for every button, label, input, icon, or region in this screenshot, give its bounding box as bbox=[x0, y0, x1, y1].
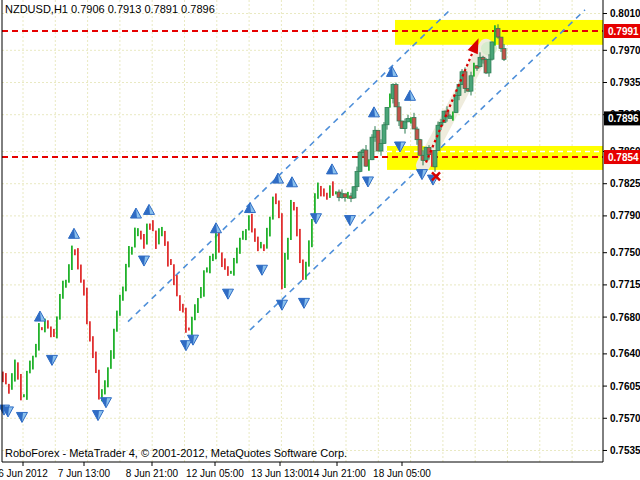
fractal-shade bbox=[17, 412, 24, 422]
price-bar bbox=[158, 228, 160, 244]
current-price-label: 0.7896 bbox=[608, 113, 639, 124]
price-bar bbox=[263, 244, 265, 251]
price-bar bbox=[179, 295, 181, 311]
candle-body bbox=[496, 28, 500, 37]
price-bar bbox=[248, 215, 250, 230]
price-bar bbox=[494, 25, 496, 45]
price-bar bbox=[332, 181, 334, 195]
candle-body bbox=[355, 171, 359, 186]
fractal-shade bbox=[101, 398, 108, 408]
price-tick-label: 0.7935 bbox=[610, 77, 640, 88]
price-tick-label: 0.8010 bbox=[610, 8, 640, 19]
price-tick-label: 0.7970 bbox=[610, 45, 640, 56]
price-bar bbox=[125, 264, 127, 291]
price-bar bbox=[80, 265, 82, 283]
candle-body bbox=[412, 117, 416, 129]
candle-body bbox=[502, 49, 506, 60]
metatrader-chart-window: NZDUSD,H1 0.7906 0.7913 0.7891 0.7896 0.… bbox=[0, 0, 640, 480]
fractal-shade bbox=[417, 170, 424, 180]
date-tick-label: 8 Jun 21:00 bbox=[126, 468, 179, 479]
price-bar bbox=[50, 326, 52, 337]
price-bar bbox=[38, 323, 40, 351]
fractal-shade bbox=[257, 265, 264, 275]
price-bar bbox=[260, 242, 262, 248]
date-tick-label: 6 Jun 2012 bbox=[0, 468, 48, 479]
price-bar bbox=[329, 185, 331, 198]
price-bar bbox=[284, 253, 286, 288]
price-bar bbox=[86, 288, 88, 325]
price-tick-label: 0.7535 bbox=[610, 445, 640, 456]
candle-body bbox=[418, 140, 422, 156]
price-bar bbox=[473, 63, 475, 77]
fractal-shade bbox=[69, 228, 76, 238]
price-bar bbox=[290, 200, 292, 240]
candle-body bbox=[487, 59, 491, 73]
candle-body bbox=[358, 153, 362, 172]
price-bar bbox=[188, 328, 190, 331]
price-bar bbox=[311, 219, 313, 247]
price-bar bbox=[41, 327, 43, 330]
price-bar bbox=[161, 227, 163, 236]
price-bar bbox=[224, 258, 226, 269]
price-bar bbox=[191, 317, 193, 336]
price-bar bbox=[239, 238, 241, 254]
price-bar bbox=[134, 228, 136, 248]
candle-body bbox=[436, 125, 440, 150]
chart-canvas[interactable]: 0.80100.79700.79350.79000.78600.78250.77… bbox=[0, 0, 640, 480]
price-bar bbox=[152, 220, 154, 231]
price-bar bbox=[182, 304, 184, 313]
date-tick-label: 13 Jun 13:00 bbox=[251, 468, 309, 479]
price-bar bbox=[17, 362, 19, 379]
price-bar bbox=[206, 267, 208, 272]
price-bar bbox=[170, 259, 172, 265]
price-bar bbox=[212, 254, 214, 261]
price-bar bbox=[167, 241, 169, 266]
price-bar bbox=[26, 371, 28, 400]
price-bar bbox=[242, 231, 244, 240]
price-bar bbox=[32, 356, 34, 370]
price-bar bbox=[83, 280, 85, 296]
price-bar bbox=[98, 370, 100, 400]
price-bar bbox=[11, 373, 13, 390]
price-bar bbox=[230, 271, 232, 274]
price-bar bbox=[23, 394, 25, 397]
price-bar bbox=[227, 266, 229, 276]
fractal-shade bbox=[47, 355, 54, 365]
fractal-shade bbox=[139, 256, 146, 266]
price-bar bbox=[317, 183, 319, 199]
fractal-shade bbox=[363, 177, 370, 187]
price-bar bbox=[203, 270, 205, 296]
price-bar bbox=[29, 361, 31, 374]
price-bar bbox=[293, 202, 295, 210]
price-bar bbox=[266, 228, 268, 249]
price-bar bbox=[335, 191, 337, 194]
price-bar bbox=[164, 231, 166, 246]
price-bar bbox=[89, 321, 91, 341]
price-bar bbox=[104, 380, 106, 394]
price-bar bbox=[62, 281, 64, 299]
price-bar bbox=[137, 228, 139, 236]
copyright-text: RoboForex - MetaTrader 4, © 2001-2012, M… bbox=[5, 447, 347, 459]
fractal-shade bbox=[144, 204, 151, 214]
candle-body bbox=[379, 144, 383, 151]
price-bar bbox=[269, 217, 271, 237]
price-bar bbox=[209, 256, 211, 273]
price-bar bbox=[110, 350, 112, 369]
price-bar bbox=[299, 229, 301, 263]
price-tick-label: 0.7790 bbox=[610, 210, 640, 221]
candle-body bbox=[406, 119, 410, 122]
date-tick-label: 12 Jun 05:00 bbox=[186, 468, 244, 479]
price-bar bbox=[347, 192, 349, 199]
fractal-shade bbox=[369, 107, 376, 117]
price-bar bbox=[59, 294, 61, 320]
price-tick-label: 0.7605 bbox=[610, 381, 640, 392]
price-bar bbox=[452, 111, 454, 120]
price-bar bbox=[140, 231, 142, 240]
candle-body bbox=[394, 85, 398, 107]
price-bar bbox=[218, 231, 220, 253]
price-bar bbox=[368, 159, 370, 170]
price-bar bbox=[389, 94, 391, 108]
price-bar bbox=[143, 234, 145, 249]
candle-body bbox=[469, 76, 473, 91]
price-bar bbox=[128, 246, 130, 267]
